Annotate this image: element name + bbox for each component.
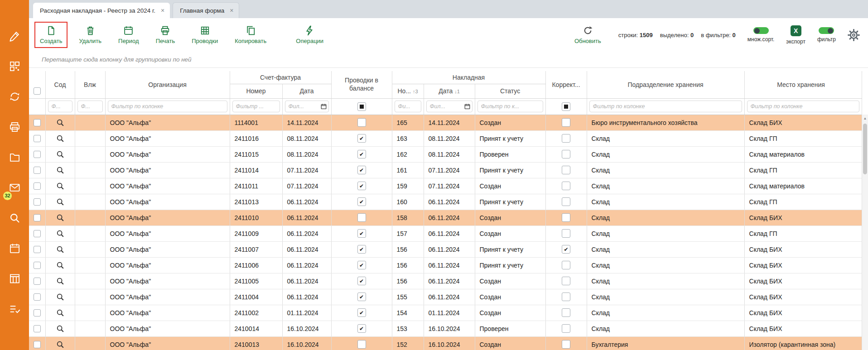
filter-widget[interactable]: фильтр (817, 27, 836, 43)
correction-checkbox[interactable] (562, 308, 570, 317)
row-correction-cell[interactable]: ✔ (545, 241, 587, 257)
row-correction-cell[interactable] (545, 289, 587, 305)
filter-toggle[interactable] (819, 27, 834, 34)
table-row[interactable]: ООО "Альфа" 2411004 06.11.2024 ✔ 155 06.… (29, 289, 862, 305)
row-select-checkbox[interactable] (34, 293, 41, 301)
magnifier-icon[interactable] (56, 325, 64, 333)
row-balance-cell[interactable]: ✔ (331, 289, 392, 305)
row-select-checkbox[interactable] (34, 278, 41, 285)
magnifier-icon[interactable] (56, 182, 64, 190)
row-correction-cell[interactable] (545, 115, 587, 130)
row-correction-cell[interactable] (545, 162, 587, 178)
row-select-cell[interactable] (29, 241, 45, 257)
row-select-cell[interactable] (29, 162, 45, 178)
group-header-invoice[interactable]: Счет-фактура (230, 71, 331, 84)
close-icon[interactable]: × (161, 7, 164, 14)
balance-checkbox[interactable]: ✔ (357, 134, 366, 143)
row-correction-cell[interactable] (545, 257, 587, 273)
magnifier-icon[interactable] (56, 134, 64, 143)
column-header-department[interactable]: Подразделение хранения (587, 71, 744, 98)
row-balance-cell[interactable]: ✔ (331, 241, 392, 257)
table-row[interactable]: ООО "Альфа" 2411009 06.11.2024 ✔ 157 06.… (29, 225, 862, 241)
row-select-checkbox[interactable] (34, 325, 41, 332)
row-open-cell[interactable] (45, 146, 75, 162)
column-header-location[interactable]: Место хранения (744, 71, 862, 98)
correction-checkbox[interactable] (562, 261, 570, 269)
filter-invoice-number-input[interactable] (232, 101, 280, 112)
magnifier-icon[interactable] (56, 309, 64, 317)
row-balance-cell[interactable]: ✔ (331, 257, 392, 273)
correction-checkbox[interactable]: ✔ (562, 245, 570, 254)
row-select-cell[interactable] (29, 273, 45, 289)
magnifier-icon[interactable] (56, 277, 64, 285)
correction-checkbox[interactable] (562, 292, 570, 301)
row-open-cell[interactable] (45, 225, 75, 241)
row-balance-cell[interactable]: ✔ (331, 194, 392, 210)
sidebar-item-sync[interactable] (0, 82, 29, 112)
row-open-cell[interactable] (45, 210, 75, 225)
row-correction-cell[interactable] (545, 225, 587, 241)
sidebar-item-reports[interactable] (0, 264, 29, 294)
filter-department-input[interactable] (589, 101, 742, 112)
table-row[interactable]: ООО "Альфа" 2411014 07.11.2024 ✔ 161 07.… (29, 162, 862, 178)
filter-sod-input[interactable] (48, 101, 72, 112)
table-row[interactable]: ООО "Альфа" 2411015 08.11.2024 ✔ 162 08.… (29, 146, 862, 162)
column-header-sod[interactable]: Сод (45, 71, 75, 98)
row-open-cell[interactable] (45, 241, 75, 257)
row-open-cell[interactable] (45, 289, 75, 305)
multisort-toggle[interactable] (753, 27, 769, 34)
correction-checkbox[interactable] (562, 324, 570, 333)
sidebar-item-search[interactable] (0, 203, 29, 233)
filter-vlj-input[interactable] (77, 101, 103, 112)
row-correction-cell[interactable] (545, 130, 587, 146)
correction-checkbox[interactable] (562, 134, 570, 143)
filter-status-input[interactable] (477, 101, 543, 112)
column-header-waybill-number[interactable]: Но...↑3 (392, 84, 424, 98)
refresh-button[interactable]: Обновить (569, 22, 607, 48)
filter-location-input[interactable] (747, 101, 859, 112)
magnifier-icon[interactable] (56, 150, 64, 158)
row-select-checkbox[interactable] (34, 341, 41, 348)
calendar-icon[interactable] (464, 103, 471, 110)
row-select-checkbox[interactable] (34, 167, 41, 174)
vertical-scrollbar[interactable]: ▲ (862, 115, 868, 350)
sidebar-item-tasks[interactable] (0, 294, 29, 324)
magnifier-icon[interactable] (56, 293, 64, 301)
column-header-invoice-number[interactable]: Номер (230, 84, 282, 98)
row-open-cell[interactable] (45, 305, 75, 321)
row-balance-cell[interactable]: ✔ (331, 146, 392, 162)
period-button[interactable]: Период (113, 22, 145, 48)
row-open-cell[interactable] (45, 130, 75, 146)
row-balance-cell[interactable]: ✔ (331, 178, 392, 194)
correction-checkbox[interactable] (562, 182, 570, 190)
magnifier-icon[interactable] (56, 340, 64, 349)
row-balance-cell[interactable]: ✔ (331, 321, 392, 336)
row-balance-cell[interactable] (331, 336, 392, 350)
balance-checkbox[interactable]: ✔ (357, 308, 366, 317)
balance-checkbox[interactable]: ✔ (357, 261, 366, 269)
sidebar-item-print[interactable] (0, 112, 29, 142)
row-select-cell[interactable] (29, 321, 45, 336)
correction-checkbox[interactable] (562, 166, 570, 174)
magnifier-icon[interactable] (56, 261, 64, 269)
settings-button[interactable] (848, 29, 860, 41)
group-by-panel[interactable]: Перетащите сюда колонку для группировки … (29, 52, 868, 68)
balance-filter-checkbox[interactable] (357, 102, 366, 111)
table-row[interactable]: ООО "Альфа" 2410014 16.10.2024 ✔ 153 16.… (29, 321, 862, 336)
magnifier-icon[interactable] (56, 166, 64, 174)
row-balance-cell[interactable]: ✔ (331, 130, 392, 146)
balance-checkbox[interactable] (357, 340, 366, 349)
correction-checkbox[interactable] (562, 197, 570, 206)
table-row[interactable]: ООО "Альфа" 2411005 06.11.2024 ✔ 156 06.… (29, 273, 862, 289)
sidebar-item-calendar[interactable] (0, 233, 29, 264)
table-row[interactable]: ООО "Альфа" 2411002 01.11.2024 ✔ 154 01.… (29, 305, 862, 321)
balance-checkbox[interactable]: ✔ (357, 292, 366, 301)
filter-organization-input[interactable] (108, 101, 227, 112)
correction-checkbox[interactable] (562, 118, 570, 127)
excel-export-icon[interactable]: X (791, 25, 801, 36)
tab-invoice-registry[interactable]: Расходная накладная - Реестр за 2024 г. … (33, 3, 170, 18)
sidebar-item-documents[interactable] (0, 142, 29, 173)
correction-filter-checkbox[interactable] (562, 102, 570, 111)
balance-checkbox[interactable]: ✔ (357, 150, 366, 158)
row-select-checkbox[interactable] (34, 119, 41, 126)
